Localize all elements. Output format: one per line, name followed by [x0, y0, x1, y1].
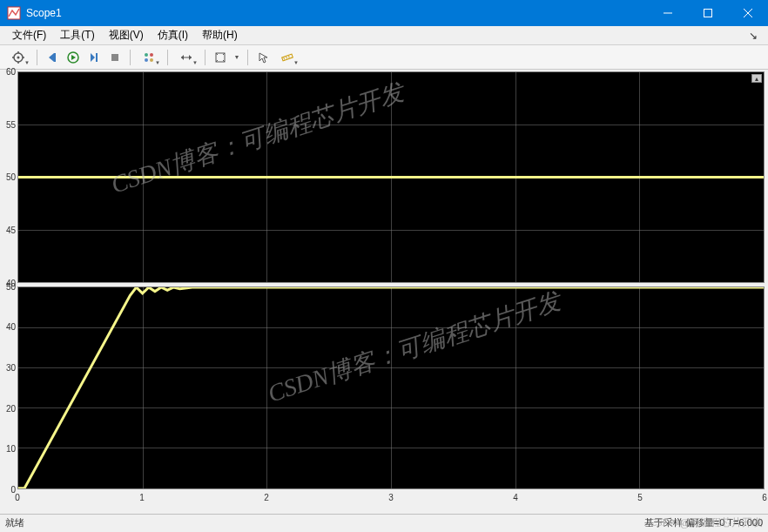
- step-forward-button[interactable]: [84, 48, 104, 67]
- svg-marker-23: [181, 55, 184, 60]
- svg-point-6: [17, 56, 20, 58]
- scope-pane-2[interactable]: 01020304050: [2, 286, 765, 489]
- svg-point-18: [145, 53, 148, 57]
- menu-bar: 文件(F) 工具(T) 视图(V) 仿真(I) 帮助(H) ↘: [0, 26, 768, 45]
- app-icon: [7, 6, 21, 20]
- cursor-button[interactable]: [253, 48, 273, 67]
- plot-canvas-bottom[interactable]: [17, 286, 765, 489]
- menu-file[interactable]: 文件(F): [5, 26, 53, 44]
- svg-marker-15: [91, 53, 95, 62]
- close-button[interactable]: [728, 0, 768, 26]
- x-axis: 0123456: [17, 493, 765, 505]
- status-bar: 就绪 基于采样 偏移量=0 T=6.000: [0, 514, 768, 531]
- measure-button[interactable]: ▼: [274, 48, 300, 67]
- stop-button[interactable]: [105, 48, 125, 67]
- svg-marker-11: [49, 53, 54, 62]
- y-axis-bottom: 01020304050: [2, 286, 17, 489]
- toolbar: ▼ ▼ ▼ ▼ ▼: [0, 45, 768, 70]
- svg-rect-30: [282, 54, 293, 61]
- signal-selector-button[interactable]: ▼: [136, 48, 162, 67]
- autoscale-dropdown[interactable]: ▼: [232, 48, 242, 67]
- menu-help[interactable]: 帮助(H): [195, 26, 245, 44]
- svg-marker-24: [189, 55, 192, 60]
- autoscale-button[interactable]: [211, 48, 230, 67]
- window-title: Scope1: [26, 7, 648, 19]
- svg-line-33: [289, 56, 290, 57]
- minimize-button[interactable]: [648, 0, 688, 26]
- title-bar: Scope1: [0, 0, 768, 26]
- scope-pane-1[interactable]: 4045505560 ▴: [2, 71, 765, 283]
- run-button[interactable]: [64, 48, 83, 67]
- svg-point-19: [150, 53, 153, 57]
- svg-line-31: [284, 57, 285, 59]
- menu-tools[interactable]: 工具(T): [53, 26, 101, 44]
- maximize-button[interactable]: [688, 0, 728, 26]
- status-time: 基于采样 偏移量=0 T=6.000: [644, 516, 763, 529]
- zoom-x-button[interactable]: ▼: [173, 48, 199, 67]
- svg-rect-2: [704, 10, 712, 17]
- svg-point-21: [150, 58, 153, 62]
- menu-collapse-icon[interactable]: ↘: [744, 30, 763, 42]
- y-axis-top: 4045505560: [2, 71, 17, 283]
- svg-marker-14: [71, 55, 76, 60]
- menu-view[interactable]: 视图(V): [102, 26, 151, 44]
- step-back-button[interactable]: [43, 48, 62, 67]
- menu-sim[interactable]: 仿真(I): [151, 26, 195, 44]
- svg-line-32: [286, 57, 287, 58]
- svg-rect-17: [111, 54, 118, 61]
- settings-button[interactable]: ▼: [5, 48, 31, 67]
- window-buttons: [648, 0, 768, 26]
- plot-canvas-top[interactable]: ▴: [17, 71, 765, 283]
- plot-area: 4045505560 ▴ 01020304050 0123456 CSDN博客：…: [0, 70, 768, 514]
- status-ready: 就绪: [5, 516, 644, 529]
- svg-point-20: [145, 58, 148, 62]
